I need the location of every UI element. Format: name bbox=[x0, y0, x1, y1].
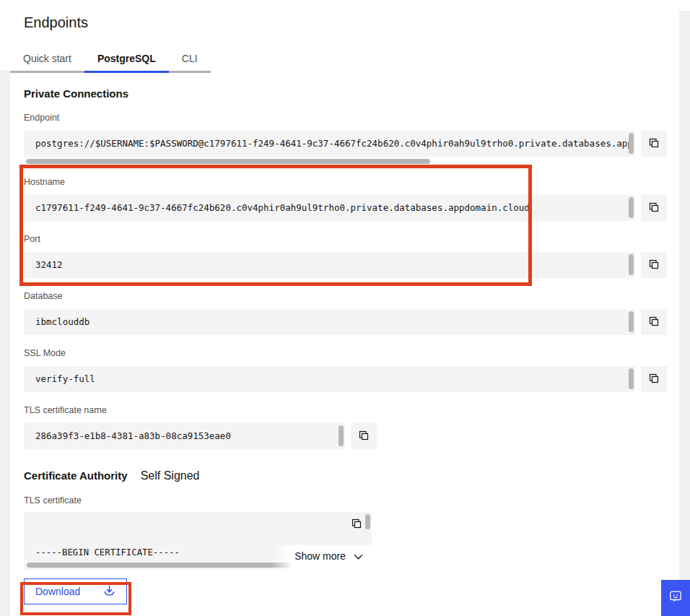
section-heading: Private Connections bbox=[24, 87, 690, 100]
tab-bar: Quick start PostgreSQL CLI bbox=[10, 47, 690, 73]
port-code-snippet[interactable]: 32412 bbox=[24, 252, 635, 278]
show-more-label: Show more bbox=[294, 550, 346, 562]
chevron-down-icon bbox=[354, 550, 363, 562]
copy-icon bbox=[648, 316, 660, 329]
tls-certificate-name-value: 286a39f3-e1b8-4381-a83b-08ca9153eae0 bbox=[35, 423, 231, 449]
certificate-authority-heading: Certificate Authority bbox=[24, 469, 128, 482]
tls-certificate-label: TLS certificate bbox=[24, 495, 690, 506]
copy-icon bbox=[351, 521, 362, 532]
copy-icon bbox=[358, 430, 370, 443]
endpoint-value: postgres://$USERNAME:$PASSWORD@c1797611-… bbox=[35, 131, 633, 157]
tls-certificate-name-row: 286a39f3-e1b8-4381-a83b-08ca9153eae0 bbox=[24, 423, 690, 449]
port-copy-button[interactable] bbox=[641, 252, 667, 278]
tab-cli[interactable]: CLI bbox=[169, 47, 211, 73]
database-label: Database bbox=[24, 291, 690, 302]
port-value: 32412 bbox=[35, 252, 63, 278]
certificate-authority-value: Self Signed bbox=[141, 469, 200, 482]
endpoint-horizontal-scrollbar-thumb[interactable] bbox=[26, 159, 430, 164]
chat-widget-button[interactable] bbox=[661, 580, 690, 616]
copy-icon bbox=[648, 137, 660, 151]
database-vertical-scrollbar-thumb[interactable] bbox=[629, 311, 634, 332]
tab-quick-start[interactable]: Quick start bbox=[10, 47, 84, 73]
hostname-code-snippet[interactable]: c1797611-f249-4641-9c37-4667fc24b620.c0v… bbox=[24, 195, 635, 221]
tls-certificate-vertical-scrollbar-thumb[interactable] bbox=[365, 514, 370, 529]
download-button[interactable]: Download bbox=[24, 578, 127, 604]
ssl-mode-code-snippet[interactable]: verify-full bbox=[24, 366, 635, 392]
copy-icon bbox=[648, 201, 660, 215]
ssl-mode-copy-button[interactable] bbox=[641, 366, 667, 392]
header: Endpoints bbox=[0, 0, 690, 31]
certificate-authority-row: Certificate Authority Self Signed bbox=[24, 469, 690, 482]
page-background-left-strip bbox=[0, 70, 10, 616]
endpoint-vertical-scrollbar-thumb[interactable] bbox=[629, 133, 634, 154]
ssl-mode-vertical-scrollbar-thumb[interactable] bbox=[629, 368, 634, 389]
tls-certificate-copy-button[interactable] bbox=[351, 518, 362, 532]
database-row: ibmclouddb bbox=[24, 309, 690, 335]
ssl-mode-row: verify-full bbox=[24, 366, 690, 392]
port-row: 32412 bbox=[24, 252, 690, 278]
endpoint-copy-button[interactable] bbox=[641, 131, 667, 157]
copy-icon bbox=[648, 259, 660, 272]
database-value: ibmclouddb bbox=[35, 309, 89, 335]
tab-postgresql[interactable]: PostgreSQL bbox=[84, 47, 169, 73]
tls-certificate-name-copy-button[interactable] bbox=[351, 423, 377, 449]
page-title: Endpoints bbox=[24, 14, 690, 31]
endpoint-label: Endpoint bbox=[24, 113, 690, 123]
hostname-vertical-scrollbar-thumb[interactable] bbox=[629, 197, 634, 218]
ssl-mode-value: verify-full bbox=[35, 366, 95, 392]
download-button-label: Download bbox=[35, 586, 80, 597]
endpoint-row: postgres://$USERNAME:$PASSWORD@c1797611-… bbox=[24, 131, 690, 157]
tls-certificate-name-label: TLS certificate name bbox=[24, 405, 690, 416]
port-vertical-scrollbar-thumb[interactable] bbox=[629, 254, 634, 275]
copy-icon bbox=[648, 373, 660, 386]
tls-certificate-horizontal-scrollbar-thumb[interactable] bbox=[27, 563, 291, 568]
database-code-snippet[interactable]: ibmclouddb bbox=[24, 309, 635, 335]
port-label: Port bbox=[24, 234, 690, 245]
tls-certificate-name-vertical-scrollbar-thumb[interactable] bbox=[339, 425, 344, 446]
page-background-right-strip bbox=[679, 11, 690, 616]
hostname-row: c1797611-f249-4641-9c37-4667fc24b620.c0v… bbox=[24, 195, 690, 221]
endpoint-code-snippet[interactable]: postgres://$USERNAME:$PASSWORD@c1797611-… bbox=[24, 131, 635, 157]
hostname-label: Hostname bbox=[24, 177, 690, 188]
database-copy-button[interactable] bbox=[641, 309, 667, 335]
tls-certificate-name-code-snippet[interactable]: 286a39f3-e1b8-4381-a83b-08ca9153eae0 bbox=[24, 423, 345, 449]
chat-icon bbox=[668, 589, 683, 607]
hostname-copy-button[interactable] bbox=[641, 195, 667, 221]
hostname-value: c1797611-f249-4641-9c37-4667fc24b620.c0v… bbox=[35, 195, 530, 221]
tls-certificate-code-snippet[interactable]: -----BEGIN CERTIFICATE----- MIIFHTCCAwWg… bbox=[24, 512, 372, 570]
ssl-mode-label: SSL Mode bbox=[24, 348, 690, 359]
download-icon bbox=[103, 584, 115, 599]
private-connections-panel: Private Connections Endpoint postgres://… bbox=[0, 87, 690, 604]
show-more-button[interactable]: Show more bbox=[271, 545, 372, 570]
